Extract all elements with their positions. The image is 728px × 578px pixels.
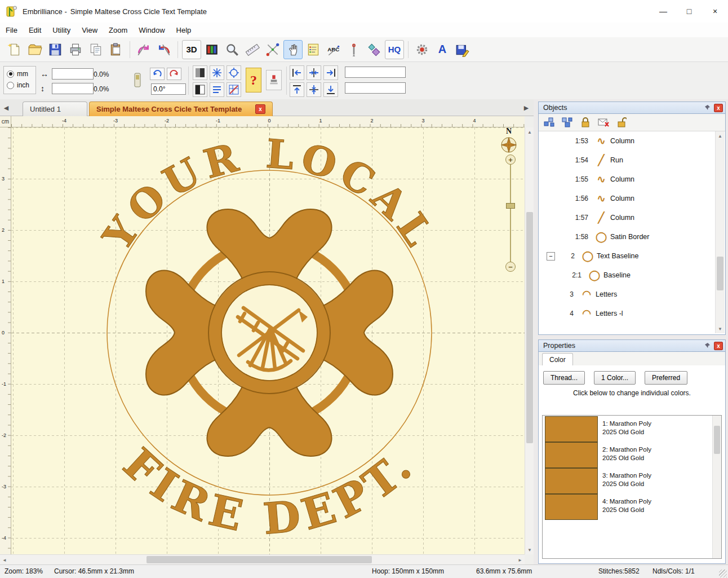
letter-a-button[interactable]: A [433,40,452,59]
canvas-horizontal-scrollbar[interactable]: ◄ ► [0,554,525,564]
align-right-button[interactable] [323,65,338,80]
menu-item[interactable]: Zoom [103,24,133,37]
compass-rose-icon[interactable] [499,135,518,155]
properties-panel-close-button[interactable]: x [714,342,723,350]
proportional-lock-icon[interactable] [133,71,142,91]
thread-color-row[interactable]: 4: Marathon Poly 2025 Old Gold [543,493,721,519]
zoom-button[interactable] [223,40,242,59]
scroll-right-arrow[interactable]: ► [516,555,525,564]
objects-tree-row[interactable]: − 2 ◯ Text Baseline [540,246,715,266]
horizontal-scroll-thumb[interactable] [147,556,372,563]
lettering-abc-button[interactable]: ABC [324,40,343,59]
scroll-left-arrow[interactable]: ◄ [0,555,9,564]
preferred-button[interactable]: Preferred [645,371,687,385]
tab-untitled-1[interactable]: Untitled 1 [23,102,87,116]
scroll-up-arrow[interactable]: ▲ [716,131,725,140]
open-button[interactable] [25,40,45,59]
flip-stitch-right-button[interactable] [154,40,174,59]
sequence-list-button[interactable] [210,82,224,97]
scroll-down-arrow[interactable]: ▼ [716,324,725,333]
objects-tree-row[interactable]: 1:53 ∿ Column [540,131,715,151]
objects-scroll-thumb[interactable] [717,257,723,290]
rotation-angle-input[interactable] [151,83,186,95]
gradient-fill-button[interactable] [193,65,207,80]
menu-item[interactable]: Window [133,24,170,37]
zoom-out-button[interactable]: − [505,262,516,272]
tab-maltese-template[interactable]: Simple Maltese Cross Cicle Text Template… [89,102,273,116]
new-button[interactable] [5,40,24,59]
align-top-button[interactable] [290,82,304,97]
color-scroll-thumb[interactable] [714,426,720,454]
stamp-button[interactable] [266,70,282,90]
zoom-slider-handle[interactable] [506,203,515,209]
envelope-x-button[interactable] [596,116,611,129]
thread-color-row[interactable]: 1: Marathon Poly 2025 Old Gold [543,416,721,442]
pin-icon[interactable] [703,103,712,112]
align-left-button[interactable] [290,65,304,80]
tab-scroll-left-button[interactable]: ◀ [1,102,11,114]
zoom-slider-track[interactable] [510,159,511,267]
contrast-square-button[interactable] [193,82,207,97]
thread-color-row[interactable]: 2: Marathon Poly 2025 Old Gold [543,442,721,467]
tree-expander[interactable]: − [547,252,555,261]
close-button[interactable]: × [702,0,728,23]
objects-tree-row[interactable]: 4 ◠ Letters -l [540,304,715,323]
thread-color-swatch[interactable] [545,442,598,468]
save-as-button[interactable] [453,40,472,59]
notes-button[interactable] [304,40,323,59]
menu-item[interactable]: View [76,24,103,37]
menu-item[interactable]: File [0,24,23,37]
minimize-button[interactable]: — [650,0,676,23]
one-color-button[interactable]: 1 Color... [594,371,636,385]
merge-design-button[interactable] [365,40,384,59]
zoom-in-button[interactable]: + [505,155,516,165]
paste-button[interactable] [106,40,126,59]
hq-resize-button[interactable]: HQ [385,40,404,59]
tab-close-button[interactable]: x [255,104,265,114]
param-input-1[interactable] [345,67,406,78]
lock-button[interactable] [578,116,593,129]
thread-color-swatch[interactable] [545,468,598,494]
ungroup-button[interactable] [560,116,575,129]
measure-button[interactable] [243,40,262,59]
menu-item[interactable]: Utility [47,24,76,37]
objects-tree-row[interactable]: 3 ◠ Letters [540,285,715,304]
maximize-button[interactable]: □ [676,0,702,23]
tab-color[interactable]: Color [542,353,573,366]
thread-button[interactable]: Thread... [543,371,585,385]
help-button[interactable]: ? [246,68,261,92]
center-vertical-button[interactable] [307,82,321,97]
thread-palette-button[interactable] [202,40,221,59]
objects-panel-close-button[interactable]: x [714,104,723,112]
print-button[interactable] [66,40,85,59]
center-horizontal-button[interactable] [307,65,321,80]
expand-arrows-button[interactable] [210,65,224,80]
pin-icon[interactable] [703,341,712,350]
objects-tree-row[interactable]: 2:1 ◯ Baseline [540,266,715,285]
scroll-down-arrow[interactable]: ▼ [525,545,534,554]
param-input-2[interactable] [345,82,406,94]
thread-color-row[interactable]: 3: Marathon Poly 2025 Old Gold [543,467,721,493]
flip-stitch-left-button[interactable] [134,40,153,59]
objects-tree-row[interactable]: 1:55 ∿ Column [540,170,715,189]
rotate-cw-button[interactable] [167,68,181,80]
menu-item[interactable]: Help [171,24,197,37]
slice-grid-button[interactable] [227,82,241,97]
needle-button[interactable] [344,40,363,59]
unlock-button[interactable] [614,116,629,129]
vertical-scroll-thumb[interactable] [526,212,533,443]
rotate-ccw-button[interactable] [150,68,165,80]
resize-grip[interactable] [719,570,727,577]
canvas-vertical-scrollbar[interactable]: ▲ ▼ [525,127,534,554]
thread-color-swatch[interactable] [545,494,598,520]
objects-tree-row[interactable]: 1:54 ╱ Run [540,151,715,170]
copy-button[interactable] [86,40,105,59]
save-button[interactable] [46,40,65,59]
objects-tree-row[interactable]: 1:57 ╱ Column [540,208,715,227]
menu-item[interactable]: Edit [23,24,47,37]
color-list-scrollbar[interactable] [712,416,721,558]
objects-tree-row[interactable]: 1:58 ◯ Satin Border [540,227,715,246]
group-button[interactable] [542,116,557,129]
height-input[interactable] [52,83,94,94]
circle-expand-button[interactable] [227,65,241,80]
